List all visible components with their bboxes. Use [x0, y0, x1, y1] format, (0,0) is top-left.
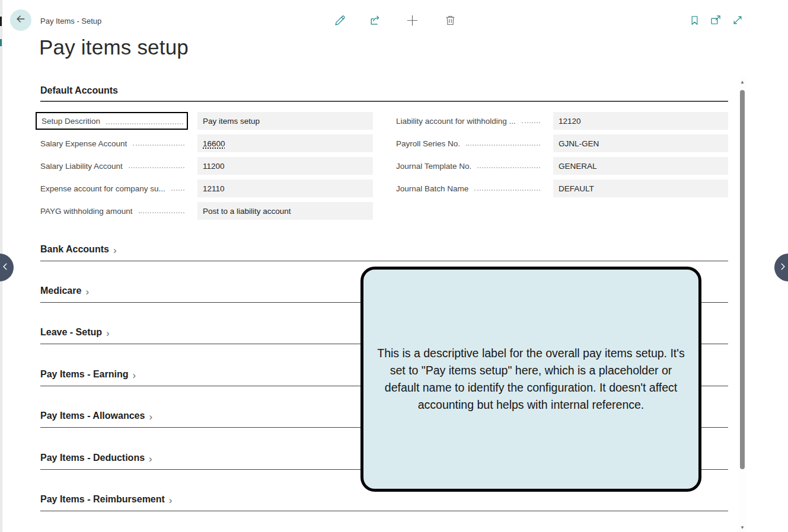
chevron-right-icon: › [113, 245, 117, 255]
field-value-setup-description[interactable]: Pay items setup [197, 112, 373, 130]
field-label-text: Journal Batch Name [396, 184, 468, 193]
field-label-payroll-series-no: Payroll Series No. [391, 134, 544, 152]
section-default-accounts[interactable]: Default Accounts [40, 85, 118, 96]
field-column-left: Setup Descrition Pay items setup Salary … [36, 112, 373, 225]
field-column-right: Liability account for withholding ... 12… [391, 112, 728, 202]
field-value-payroll-series-no[interactable]: GJNL-GEN [553, 134, 728, 152]
share-button[interactable] [369, 14, 383, 28]
section-medicare[interactable]: Medicare › [40, 286, 89, 296]
edge-mark [0, 39, 2, 46]
field-value-salary-liability-account[interactable]: 11200 [197, 157, 373, 175]
bookmark-icon [689, 14, 700, 29]
dotted-leader [139, 202, 184, 213]
tooltip-text: This is a descriptive label for the over… [376, 345, 687, 414]
chevron-right-icon: › [106, 328, 110, 338]
field-label-text: Salary Liability Account [40, 162, 123, 171]
field-row-journal-batch-name: Journal Batch Name DEFAULT [391, 180, 728, 197]
field-label-payg-withholding-amount: PAYG withholding amount [36, 202, 188, 220]
edit-button[interactable] [333, 14, 347, 28]
field-label-setup-description: Setup Descrition [36, 112, 188, 130]
section-title: Medicare [40, 286, 81, 296]
back-button[interactable] [10, 9, 31, 31]
field-label-text: PAYG withholding amount [40, 207, 133, 216]
dotted-leader [171, 180, 184, 191]
section-pay-items-allowances[interactable]: Pay Items - Allowances › [40, 411, 152, 421]
vertical-scrollbar[interactable]: ▲ ▼ [739, 77, 746, 532]
scroll-up-arrow-icon[interactable]: ▲ [739, 79, 746, 85]
trash-icon [444, 14, 457, 29]
breadcrumb[interactable]: Pay Items - Setup [40, 17, 101, 25]
field-row-expense-account-company-super: Expense account for company su... 12110 [36, 180, 373, 197]
open-in-window-button[interactable] [709, 14, 723, 28]
resize-diagonal-icon [732, 14, 744, 28]
scroll-down-arrow-icon[interactable]: ▼ [739, 525, 746, 531]
section-title: Pay Items - Allowances [40, 411, 145, 421]
chevron-right-icon: › [133, 370, 136, 380]
field-value-journal-template-no[interactable]: GENERAL [553, 157, 728, 175]
dotted-leader [106, 113, 183, 124]
field-row-journal-template-no: Journal Template No. GENERAL [391, 157, 728, 175]
plus-icon [406, 14, 419, 30]
field-label-salary-liability-account: Salary Liability Account [36, 157, 188, 175]
section-pay-items-earning[interactable]: Pay Items - Earning › [40, 369, 136, 380]
field-label-liability-account-withholding: Liability account for withholding ... [391, 112, 544, 130]
dotted-leader [133, 134, 184, 146]
dotted-leader [474, 180, 540, 191]
pencil-icon [334, 14, 346, 29]
dotted-leader [522, 112, 540, 123]
section-bank-accounts[interactable]: Bank Accounts › [40, 244, 117, 255]
scrollbar-thumb[interactable] [740, 90, 745, 469]
chevron-right-icon: › [149, 454, 152, 464]
section-title: Bank Accounts [40, 244, 109, 255]
section-title: Pay Items - Deductions [40, 453, 145, 463]
delete-button[interactable] [443, 14, 457, 28]
chevron-right-icon: › [85, 287, 89, 297]
section-divider [40, 511, 728, 511]
field-label-salary-expense-account: Salary Expense Account [36, 134, 188, 152]
tooltip-callout: This is a descriptive label for the over… [360, 267, 701, 492]
dotted-leader [477, 157, 540, 168]
field-value-payg-withholding-amount[interactable]: Post to a liability account [197, 202, 373, 220]
field-label-text: Setup Descrition [42, 117, 100, 126]
section-title: Leave - Setup [40, 327, 102, 338]
section-pay-items-reimbursement[interactable]: Pay Items - Reimbursement › [40, 494, 173, 505]
field-label-journal-batch-name: Journal Batch Name [391, 180, 544, 197]
field-row-payg-withholding-amount: PAYG withholding amount Post to a liabil… [36, 202, 373, 220]
section-title: Pay Items - Reimbursement [40, 494, 165, 505]
section-divider [40, 261, 728, 261]
chevron-right-icon: › [149, 412, 152, 422]
expand-button[interactable] [730, 14, 745, 28]
edge-mark [0, 17, 2, 26]
dotted-leader [129, 157, 184, 168]
section-title: Default Accounts [40, 85, 118, 96]
field-label-expense-account-company-super: Expense account for company su... [36, 180, 188, 197]
field-row-salary-liability-account: Salary Liability Account 11200 [36, 157, 373, 175]
new-button[interactable] [405, 14, 419, 28]
field-row-liability-account-withholding: Liability account for withholding ... 12… [391, 112, 728, 130]
field-row-setup-description: Setup Descrition Pay items setup [36, 112, 373, 130]
field-label-text: Payroll Series No. [396, 139, 460, 148]
field-value-journal-batch-name[interactable]: DEFAULT [553, 180, 728, 197]
field-value-liability-account-withholding[interactable]: 12120 [553, 112, 728, 130]
section-leave-setup[interactable]: Leave - Setup › [40, 327, 110, 338]
field-value-expense-account-company-super[interactable]: 12110 [197, 180, 373, 197]
field-label-text: Expense account for company su... [40, 184, 165, 193]
field-label-text: Liability account for withholding ... [396, 117, 516, 126]
bookmark-button[interactable] [687, 14, 701, 28]
section-title: Pay Items - Earning [40, 369, 129, 380]
chevron-right-icon [779, 262, 787, 274]
field-value-salary-expense-account[interactable]: 16600 [197, 134, 373, 152]
field-row-salary-expense-account: Salary Expense Account 16600 [36, 134, 373, 152]
previous-record-button[interactable] [0, 254, 14, 281]
field-row-payroll-series-no: Payroll Series No. GJNL-GEN [391, 134, 728, 152]
next-record-button[interactable] [774, 254, 788, 281]
popout-icon [710, 14, 722, 28]
section-divider [40, 101, 728, 102]
chevron-left-icon [1, 262, 9, 274]
share-icon [369, 14, 382, 29]
dotted-leader [466, 134, 540, 146]
section-pay-items-deductions[interactable]: Pay Items - Deductions › [40, 453, 152, 463]
page-title: Pay items setup [39, 36, 189, 59]
chevron-right-icon: › [169, 495, 173, 505]
arrow-left-icon [15, 13, 27, 27]
